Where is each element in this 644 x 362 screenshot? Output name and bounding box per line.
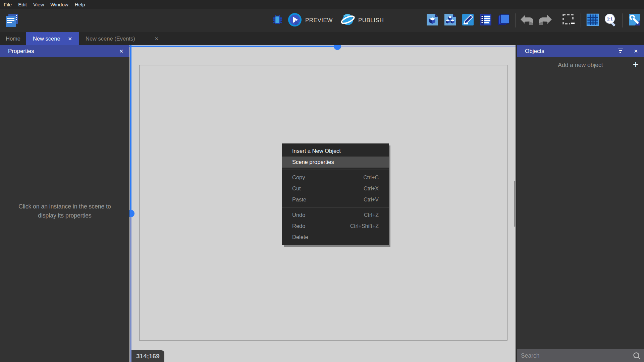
menu-item-delete[interactable]: Delete [282,232,389,243]
properties-panel-header: Properties ✕ [0,45,129,57]
tab-bar: Home New scene ✕ New scene (Events) ✕ [0,32,644,45]
menu-divider [282,207,389,207]
gdevelop-logo-icon [4,13,19,30]
menu-window[interactable]: Window [50,2,68,7]
undo-button[interactable] [520,13,534,28]
add-icon[interactable]: + [633,57,639,72]
publish-label[interactable]: PUBLISH [358,17,384,24]
toolbar-separator [557,13,557,27]
scene-objects-button[interactable] [425,13,439,28]
vertical-scroll-track[interactable] [130,214,131,362]
instances-list-button[interactable] [479,13,493,28]
tab-new-scene[interactable]: New scene ✕ [26,32,79,45]
layers-icon [497,13,510,27]
instances-list-icon [479,13,492,27]
close-icon[interactable]: ✕ [119,45,123,57]
debugger-button[interactable] [270,13,284,28]
add-object-row[interactable]: Add a new object + [517,57,644,73]
search-icon [633,352,641,362]
preview-play-icon [287,12,302,28]
panel-title: Properties [8,45,34,57]
menu-item-label: Scene properties [292,159,334,165]
menu-file[interactable]: File [4,2,12,7]
tab-label: Home [6,36,20,42]
deselect-icon [562,14,576,27]
add-object-label: Add a new object [517,57,644,73]
menu-item-shortcut: Ctrl+X [364,186,379,192]
filter-icon[interactable] [618,49,624,53]
menu-item-label: Undo [292,212,305,218]
menu-item-label: Cut [292,185,301,192]
menu-item-shortcut: Ctrl+Shift+Z [350,223,379,229]
menu-edit[interactable]: Edit [18,2,27,7]
preview-button[interactable] [288,13,302,28]
objects-search-bar [517,349,644,362]
deselect-all-button[interactable] [562,13,576,28]
edit-pencil-icon [462,13,474,27]
menu-item-label: Redo [292,223,305,229]
close-icon[interactable]: ✕ [154,36,159,42]
menu-item-undo[interactable]: Undo Ctrl+Z [282,209,389,221]
preview-label[interactable]: PREVIEW [305,17,333,24]
menu-item-label: Paste [292,196,306,203]
debugger-bug-icon [271,13,284,27]
properties-empty-message: Click on an instance in the scene to dis… [10,202,119,220]
tab-label: New scene [33,36,60,42]
menu-item-insert-new-object[interactable]: Insert a New Object [282,145,389,157]
close-icon[interactable]: ✕ [634,45,638,57]
edit-properties-button[interactable] [461,13,475,28]
publish-planet-icon [340,12,355,28]
project-settings-button[interactable] [627,13,641,28]
toolbar-separator [622,13,623,27]
publish-button[interactable] [341,13,355,28]
context-menu: Insert a New Object Scene properties Cop… [282,143,389,245]
vertical-scroll-track[interactable] [130,45,131,214]
menu-item-shortcut: Ctrl+V [364,197,379,203]
objects-search-input[interactable] [521,349,628,362]
menu-view[interactable]: View [33,2,44,7]
menu-bar: File Edit View Window Help [0,0,644,9]
right-scrollbar-thumb[interactable] [514,181,516,227]
scene-canvas[interactable]: Insert a New Object Scene properties Cop… [129,45,516,362]
menu-item-paste[interactable]: Paste Ctrl+V [282,194,389,205]
menu-item-redo[interactable]: Redo Ctrl+Shift+Z [282,221,389,232]
zoom-1-1-button[interactable]: 1:1 [603,13,618,28]
redo-button[interactable] [538,13,552,28]
menu-item-shortcut: Ctrl+C [363,175,379,181]
object-groups-icon [444,13,457,27]
tab-new-scene-events[interactable]: New scene (Events) ✕ [79,32,165,45]
toolbar-separator [581,13,581,27]
close-icon[interactable]: ✕ [68,36,72,42]
menu-item-cut[interactable]: Cut Ctrl+X [282,183,389,194]
horizontal-scroll-track[interactable] [129,46,337,47]
menu-item-label: Copy [292,174,305,181]
objects-panel-header: Objects ✕ [517,45,644,57]
zoom-1-1-icon: 1:1 [603,13,618,28]
undo-icon [520,14,534,26]
toggle-grid-button[interactable] [586,13,600,28]
horizontal-scroll-track[interactable] [337,46,516,47]
menu-item-label: Delete [292,234,308,240]
objects-panel: Objects ✕ Add a new object + [517,45,644,362]
tab-label: New scene (Events) [86,36,135,42]
redo-icon [538,14,552,26]
toolbar: PREVIEW PUBLISH [0,9,644,32]
wrench-icon [628,13,641,27]
menu-item-shortcut: Ctrl+Z [364,212,379,218]
menu-item-scene-properties[interactable]: Scene properties [282,157,389,168]
object-groups-button[interactable] [443,13,457,28]
properties-panel: Properties ✕ Click on an instance in the… [0,45,129,362]
scene-objects-icon [426,13,439,27]
grid-icon [586,13,599,27]
menu-help[interactable]: Help [75,2,85,7]
menu-divider [282,170,389,170]
cursor-coordinates-badge: 314;169 [131,350,164,362]
tab-home[interactable]: Home [0,32,26,45]
layers-button[interactable] [496,13,511,28]
svg-text:1:1: 1:1 [607,17,613,21]
panel-title: Objects [525,45,544,57]
menu-item-copy[interactable]: Copy Ctrl+C [282,172,389,183]
menu-item-label: Insert a New Object [292,148,341,154]
toolbar-separator [515,13,516,27]
